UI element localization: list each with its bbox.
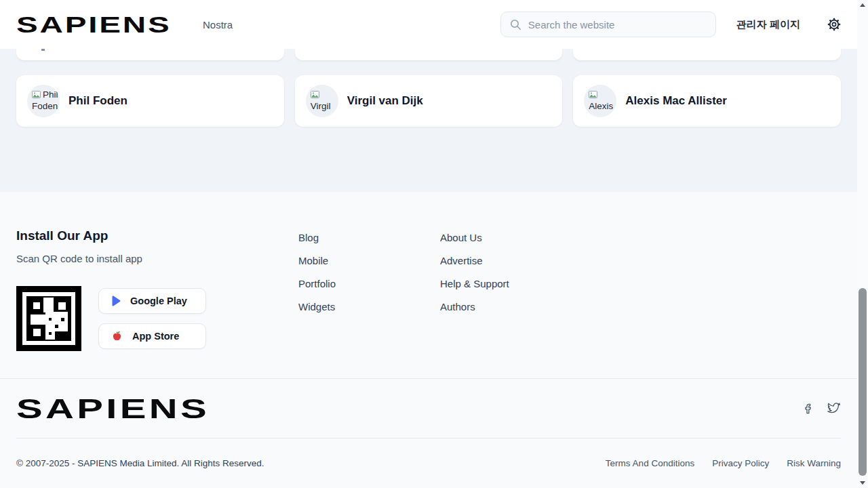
- admin-page-link[interactable]: 관리자 페이지: [736, 18, 800, 31]
- brand-logo-text: SAPIENS: [16, 13, 172, 36]
- scrollbar-thumb[interactable]: [859, 288, 867, 476]
- clipped-card[interactable]: [295, 49, 563, 60]
- top-navbar: SAPIENS Nostra 관리자 페이지: [0, 0, 857, 49]
- page: SAPIENS Nostra 관리자 페이지: [0, 0, 857, 488]
- clipped-avatar-remnant: [41, 49, 45, 51]
- footer-upper: Install Our App Scan QR code to install …: [0, 192, 857, 378]
- avatar: Phil Foden: [27, 85, 60, 117]
- search-input[interactable]: [528, 19, 707, 30]
- author-card[interactable]: Alexis Alexis Mac Allister: [573, 75, 841, 127]
- brand-logo-text: SAPIENS: [16, 395, 210, 422]
- footer-link-authors[interactable]: Authors: [440, 301, 582, 312]
- install-app-section: Install Our App Scan QR code to install …: [16, 228, 298, 378]
- qr-code-image: [16, 286, 81, 351]
- terms-link[interactable]: Terms And Conditions: [606, 458, 694, 468]
- author-card-row: Phil Foden Phil Foden Virgil Virgil van …: [16, 75, 841, 127]
- author-name: Phil Foden: [68, 94, 127, 108]
- main-content: Phil Foden Phil Foden Virgil Virgil van …: [0, 49, 857, 192]
- google-play-label: Google Play: [130, 296, 187, 306]
- app-store-label: App Store: [132, 331, 179, 342]
- footer-link-advertise[interactable]: Advertise: [440, 255, 582, 266]
- broken-image-icon: [32, 91, 41, 99]
- install-row: Google Play App Store: [16, 286, 298, 351]
- author-name: Alexis Mac Allister: [625, 94, 727, 108]
- site-label: Nostra: [203, 19, 233, 30]
- privacy-policy-link[interactable]: Privacy Policy: [712, 458, 769, 468]
- footer-legal-row: © 2007-2025 - SAPIENS Media Limited. All…: [0, 439, 857, 488]
- footer-link-widgets[interactable]: Widgets: [298, 301, 440, 312]
- author-card[interactable]: Phil Foden Phil Foden: [16, 75, 284, 127]
- footer-lower: SAPIENS © 2007-2025 - SAPIENS Media Limi…: [0, 378, 857, 488]
- author-name: Virgil van Dijk: [347, 94, 423, 108]
- footer-link-help-support[interactable]: Help & Support: [440, 278, 582, 289]
- avatar-alt-text: Alexis: [589, 101, 613, 111]
- scroll-down-arrow-icon[interactable]: [860, 481, 865, 485]
- play-triangle-icon: [111, 296, 121, 306]
- clipped-card[interactable]: [16, 49, 284, 60]
- install-app-subtitle: Scan QR code to install app: [16, 253, 298, 264]
- broken-image-icon: [311, 91, 320, 99]
- avatar: Alexis: [584, 85, 616, 117]
- clipped-card-row: [16, 49, 841, 60]
- footer-link-mobile[interactable]: Mobile: [298, 255, 440, 266]
- scroll-up-arrow-icon[interactable]: [860, 3, 865, 7]
- apple-icon: [111, 331, 123, 342]
- risk-warning-link[interactable]: Risk Warning: [787, 458, 841, 468]
- facebook-icon[interactable]: [802, 403, 814, 415]
- footer-link-blog[interactable]: Blog: [298, 232, 440, 243]
- twitter-icon[interactable]: [827, 403, 841, 415]
- search-icon: [510, 19, 521, 30]
- author-card[interactable]: Virgil Virgil van Dijk: [295, 75, 563, 127]
- clipped-card[interactable]: [573, 49, 841, 60]
- scrollbar-track[interactable]: [857, 0, 868, 488]
- avatar: Virgil: [306, 85, 338, 117]
- footer-nav-column-2: About Us Advertise Help & Support Author…: [440, 228, 582, 378]
- footer-brand-row: SAPIENS: [0, 379, 857, 438]
- footer-link-portfolio[interactable]: Portfolio: [298, 278, 440, 289]
- legal-links: Terms And Conditions Privacy Policy Risk…: [606, 458, 841, 468]
- app-store-button[interactable]: App Store: [98, 323, 206, 349]
- avatar-alt-text: Virgil: [311, 101, 331, 111]
- settings-gear-icon[interactable]: [827, 18, 841, 31]
- social-icons: [802, 403, 841, 415]
- install-app-title: Install Our App: [16, 228, 298, 243]
- broken-image-icon: [589, 91, 598, 99]
- store-buttons: Google Play App Store: [98, 288, 206, 349]
- footer-link-about-us[interactable]: About Us: [440, 232, 582, 243]
- search-box[interactable]: [500, 12, 716, 37]
- copyright-text: © 2007-2025 - SAPIENS Media Limited. All…: [16, 458, 264, 468]
- footer-logo[interactable]: SAPIENS: [16, 395, 247, 422]
- footer-nav-column-1: Blog Mobile Portfolio Widgets: [298, 228, 440, 378]
- google-play-button[interactable]: Google Play: [98, 288, 206, 314]
- header-logo[interactable]: SAPIENS: [16, 13, 186, 36]
